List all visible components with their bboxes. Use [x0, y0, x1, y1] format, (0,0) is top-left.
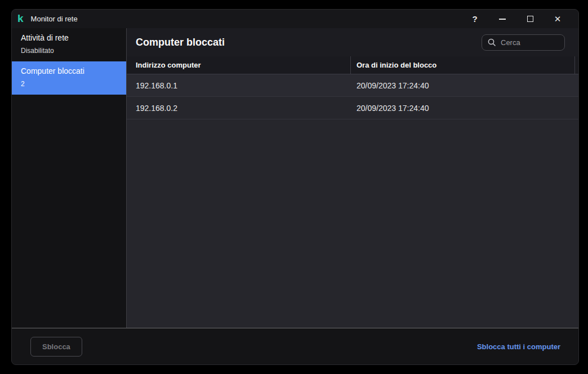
sidebar-item-network-activity[interactable]: Attività di rete Disabilitato [12, 28, 126, 61]
minimize-icon [499, 19, 506, 20]
maximize-icon [527, 16, 533, 22]
column-header-block-start-time: Ora di inizio del blocco [351, 56, 575, 74]
sidebar-item-label: Attività di rete [21, 33, 117, 42]
close-icon: ✕ [554, 15, 562, 23]
table-row[interactable]: 192.168.0.2 20/09/2023 17:24:40 [127, 97, 578, 119]
table-header: Indirizzo computer Ora di inizio del blo… [127, 56, 578, 74]
unlock-all-computers-link[interactable]: Sblocca tutti i computer [477, 342, 560, 351]
table-empty-area [127, 119, 578, 328]
table-row[interactable]: 192.168.0.1 20/09/2023 17:24:40 [127, 74, 578, 97]
sidebar-item-label: Computer bloccati [21, 66, 117, 75]
footer-bar: Sblocca Sblocca tutti i computer [12, 328, 578, 364]
titlebar: k Monitor di rete ? ✕ [12, 10, 578, 28]
page-title: Computer bloccati [136, 37, 482, 48]
cell-block-time: 20/09/2023 17:24:40 [351, 81, 578, 90]
close-button[interactable]: ✕ [549, 12, 566, 26]
minimize-button[interactable] [494, 12, 511, 26]
cell-address: 192.168.0.2 [127, 104, 351, 113]
help-button[interactable]: ? [466, 12, 483, 26]
search-box[interactable] [482, 34, 565, 51]
sidebar: Attività di rete Disabilitato Computer b… [12, 28, 127, 328]
column-header-address: Indirizzo computer [127, 56, 351, 74]
main-header: Computer bloccati [127, 28, 578, 56]
sidebar-item-status: Disabilitato [21, 47, 117, 55]
cell-block-time: 20/09/2023 17:24:40 [351, 104, 578, 113]
unlock-button[interactable]: Sblocca [30, 337, 82, 357]
main-panel: Computer bloccati Indirizzo computer Ora… [127, 28, 578, 328]
search-icon [488, 38, 496, 46]
cell-address: 192.168.0.1 [127, 81, 351, 90]
window-title: Monitor di rete [31, 15, 78, 23]
window-body: Attività di rete Disabilitato Computer b… [12, 28, 578, 328]
sidebar-item-count: 2 [21, 80, 117, 88]
sidebar-item-blocked-computers[interactable]: Computer bloccati 2 [12, 61, 126, 95]
network-monitor-window: k Monitor di rete ? ✕ Attività di rete D… [11, 9, 579, 365]
maximize-button[interactable] [522, 12, 538, 26]
kaspersky-logo-icon: k [17, 13, 23, 24]
search-input[interactable] [501, 38, 559, 47]
